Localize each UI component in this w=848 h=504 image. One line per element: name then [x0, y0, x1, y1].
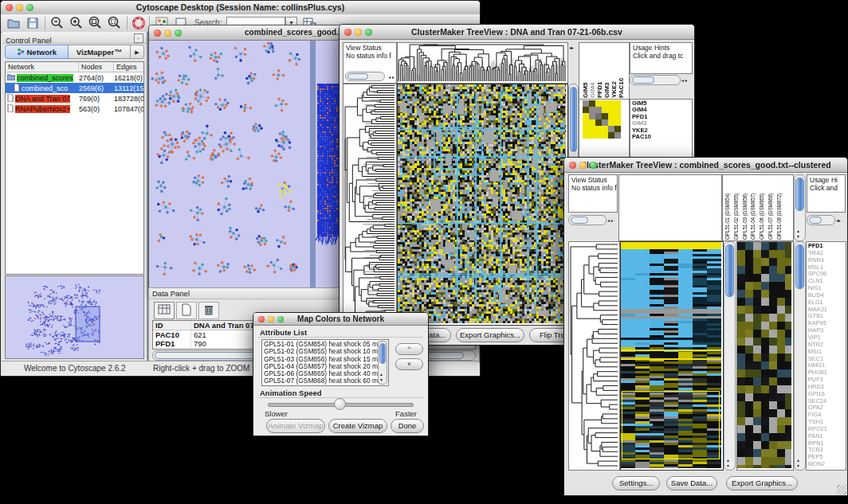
help-icon[interactable]	[132, 16, 146, 30]
create-vizmap-button[interactable]: Create Vizmap	[328, 419, 387, 433]
scrollbar-thumb[interactable]	[795, 244, 804, 289]
treeview-combined-title-bar[interactable]: ClusterMaker TreeView : combined_scores_…	[564, 158, 847, 173]
save-data-button[interactable]: Save Data...	[666, 476, 717, 490]
dialog-title-bar[interactable]: Map Colors to Network	[253, 313, 428, 326]
treeview-dna-title-bar[interactable]: ClusterMaker TreeView : DNA and Tran 07-…	[340, 25, 694, 40]
column-label[interactable]: GPL51-08 (GSM872)	[776, 176, 785, 240]
done-button[interactable]: Done	[391, 419, 424, 433]
resize-grip[interactable]	[837, 485, 846, 494]
scrollbar-thumb[interactable]	[725, 244, 734, 297]
scrollbar-thumb[interactable]	[809, 217, 822, 224]
column-dendrogram-canvas[interactable]	[398, 43, 566, 81]
column-label[interactable]: YKE2	[610, 44, 618, 98]
minimize-icon[interactable]	[355, 29, 362, 36]
close-icon[interactable]	[344, 29, 351, 36]
animate-vizmap-button[interactable]: Animate Vizmap	[266, 419, 325, 433]
close-icon[interactable]	[6, 4, 13, 11]
zoom-selected-icon[interactable]	[107, 16, 121, 30]
scroll-down-icon[interactable]: ▾	[797, 463, 799, 468]
column-label[interactable]: GIM3	[603, 44, 610, 98]
float-panel-icon[interactable]: ⌕	[134, 33, 143, 43]
scroll-down-icon[interactable]: ▾	[380, 377, 383, 382]
heatmap-vscrollbar[interactable]: ▴ ▾	[724, 241, 736, 471]
trash-icon[interactable]	[198, 302, 219, 319]
hscrollbar[interactable]	[345, 72, 385, 81]
column-label[interactable]: GPL51-01 (GSM854)	[724, 176, 733, 240]
heatmap-canvas[interactable]	[398, 84, 566, 323]
zoom-in-icon[interactable]	[69, 16, 83, 30]
scroll-arrows-icon[interactable]: ◂ ▸	[388, 75, 395, 80]
table-icon[interactable]	[154, 302, 175, 319]
scrollbar-thumb[interactable]	[795, 178, 804, 211]
network-table-row[interactable]: combined_scores2764(0)16218(0)	[6, 72, 143, 83]
scrollbar-thumb[interactable]	[347, 73, 368, 80]
scroll-up-icon[interactable]: ▴	[380, 372, 383, 377]
column-dendrogram[interactable]	[618, 174, 722, 241]
zoom-window-icon[interactable]	[26, 4, 33, 11]
zoom-out-icon[interactable]	[49, 16, 64, 30]
zoom-matrix-canvas[interactable]	[583, 100, 621, 139]
zoom-window-icon[interactable]	[590, 162, 597, 169]
zoom-window-icon[interactable]	[175, 29, 182, 37]
heatmap-zoom-canvas[interactable]	[737, 242, 791, 468]
tab-vizmapper[interactable]: VizMapper™	[69, 45, 132, 59]
scrollbar-thumb[interactable]	[632, 76, 654, 84]
minimize-icon[interactable]	[164, 29, 171, 37]
column-label[interactable]: GPL51-04 (GSM857)	[750, 176, 759, 240]
document-icon[interactable]	[176, 302, 197, 319]
column-label[interactable]: PFD1	[596, 44, 603, 98]
attribute-list-item[interactable]: GPL51-07 (GSM868) heat shock 60 min	[262, 377, 388, 385]
list-vscrollbar[interactable]: ▴ ▾	[378, 341, 387, 385]
heatmap-canvas[interactable]	[621, 242, 721, 468]
zoom-fit-icon[interactable]	[88, 16, 102, 30]
column-label[interactable]: GIM5	[582, 44, 589, 98]
network-table-row[interactable]: DNA and Tran 07769(0)183728(0)	[6, 93, 143, 104]
network-table-row[interactable]: RNAPuberNov2+563(0)107847(0)	[6, 104, 143, 114]
tab-overflow-arrow-icon[interactable]: ▶	[131, 45, 144, 59]
scroll-up-icon[interactable]: ▴	[727, 458, 729, 463]
column-label[interactable]: GPL51-03 (GSM856)	[742, 176, 751, 240]
row-label[interactable]: PAC10	[630, 134, 692, 140]
scroll-down-icon[interactable]: ▾	[727, 463, 729, 468]
open-icon[interactable]	[6, 16, 21, 30]
scrollbar-thumb[interactable]	[571, 217, 588, 224]
main-title-bar[interactable]: Cytoscape Desktop (Session Name: collins…	[1, 1, 480, 15]
scrollbar-thumb[interactable]	[379, 343, 386, 364]
network-table-row[interactable]: combined_sco2569(6)13112(15)	[6, 83, 143, 93]
close-icon[interactable]	[258, 316, 265, 322]
hscrollbar[interactable]	[568, 215, 607, 225]
scroll-arrows-icon[interactable]: ◂▸	[569, 45, 574, 50]
column-label[interactable]: PAC10	[618, 44, 625, 98]
minimize-icon[interactable]	[268, 316, 274, 322]
minimize-icon[interactable]	[579, 162, 587, 169]
close-icon[interactable]	[154, 29, 161, 37]
column-label[interactable]: GPL51-02 (GSM855)	[733, 176, 742, 240]
zoom-vscrollbar[interactable]: ▴ ▾	[794, 241, 806, 471]
move-up-button[interactable]: ^	[395, 343, 423, 355]
row-dendrogram-canvas[interactable]	[344, 84, 395, 323]
export-graphics-button[interactable]: Export Graphics...	[726, 476, 798, 490]
labels-vscrollbar[interactable]: ▴ ▾	[794, 174, 806, 241]
column-label[interactable]: GPL51-06 (GSM865)	[759, 176, 768, 240]
gene-label[interactable]: MON2	[807, 461, 846, 468]
settings-button[interactable]: Settings...	[612, 476, 660, 490]
hscrollbar[interactable]	[630, 75, 681, 85]
scroll-arrows-icon[interactable]: ◂ ▸	[607, 218, 614, 223]
scroll-arrows-icon[interactable]: ◂▸	[836, 218, 841, 223]
speed-slider-thumb[interactable]	[334, 398, 346, 410]
scrollbar-thumb[interactable]	[570, 87, 577, 152]
zoom-window-icon[interactable]	[277, 316, 284, 322]
scroll-up-icon[interactable]: ▴	[797, 229, 799, 233]
scroll-arrows-icon[interactable]: ◂ ▸	[681, 78, 688, 83]
move-down-button[interactable]: v	[395, 358, 423, 370]
row-dendrogram-canvas[interactable]	[569, 242, 618, 468]
export-graphics-button[interactable]: Export Graphics...	[456, 328, 524, 342]
network-overview-canvas[interactable]	[6, 276, 143, 357]
tab-network[interactable]: Network	[5, 45, 69, 59]
scroll-up-icon[interactable]: ▴	[797, 458, 799, 463]
scroll-down-icon[interactable]: ▾	[797, 234, 799, 239]
close-icon[interactable]	[569, 162, 576, 169]
column-label[interactable]: GIM4	[589, 44, 596, 98]
hscrollbar[interactable]	[807, 215, 835, 225]
minimize-icon[interactable]	[16, 4, 23, 11]
